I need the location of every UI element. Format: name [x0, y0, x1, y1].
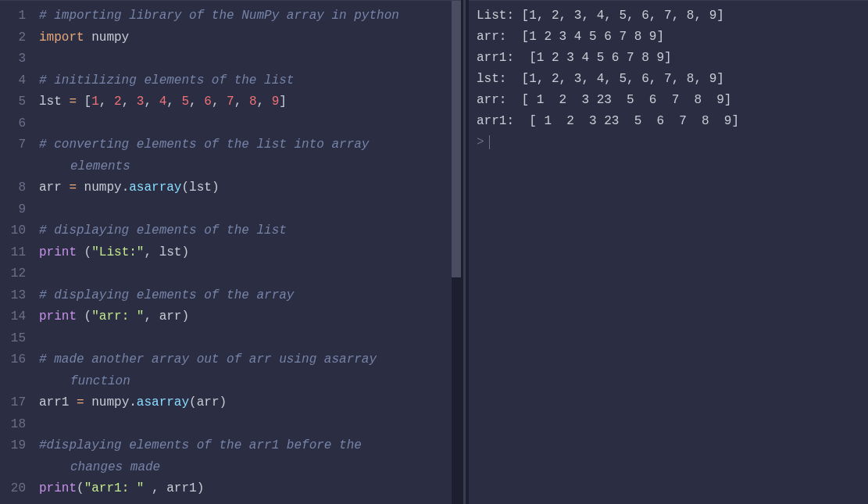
line-number: 17	[0, 392, 26, 414]
line-number: 10	[0, 220, 26, 242]
code-line[interactable]: print("arr1: " , arr1)	[39, 478, 461, 500]
line-number: 5	[0, 91, 26, 113]
line-number: 7	[0, 134, 26, 156]
code-line[interactable]: # displaying elements of the list	[39, 220, 461, 242]
divider-handle[interactable]	[463, 0, 466, 504]
code-editor-pane[interactable]: 1234567891011121314151617181920 # import…	[0, 0, 461, 504]
line-number: 15	[0, 328, 26, 350]
output-line: lst: [1, 2, 3, 4, 5, 6, 7, 8, 9]	[477, 69, 860, 90]
code-line[interactable]: # displaying elements of the array	[39, 285, 461, 307]
line-number: 12	[0, 263, 26, 285]
code-line[interactable]: # importing library of the NumPy array i…	[39, 5, 461, 27]
code-line[interactable]: # initilizing elements of the list	[39, 70, 461, 92]
code-line[interactable]	[39, 113, 461, 135]
line-number: 16	[0, 349, 26, 371]
code-line[interactable]	[39, 263, 461, 285]
cursor	[489, 135, 490, 149]
line-number-wrap	[0, 156, 26, 178]
code-line[interactable]: arr1 = numpy.asarray(arr)	[39, 392, 461, 414]
line-number: 1	[0, 5, 26, 27]
code-line[interactable]	[39, 48, 461, 70]
line-number-gutter: 1234567891011121314151617181920	[0, 1, 35, 504]
line-number: 9	[0, 199, 26, 221]
line-number: 11	[0, 242, 26, 264]
output-line: arr: [ 1 2 3 23 5 6 7 8 9]	[477, 90, 860, 111]
line-number: 4	[0, 70, 26, 92]
code-line[interactable]: # made another array out of arr using as…	[39, 349, 461, 371]
scrollbar-thumb[interactable]	[452, 1, 461, 277]
code-line[interactable]	[39, 199, 461, 221]
line-number: 18	[0, 414, 26, 436]
output-line: arr: [1 2 3 4 5 6 7 8 9]	[477, 27, 860, 48]
line-number: 8	[0, 177, 26, 199]
line-number: 3	[0, 48, 26, 70]
code-line[interactable]: import numpy	[39, 27, 461, 49]
code-line-wrap[interactable]: changes made	[39, 457, 461, 479]
line-number: 2	[0, 27, 26, 49]
output-line: arr1: [ 1 2 3 23 5 6 7 8 9]	[477, 111, 860, 132]
output-pane[interactable]: List: [1, 2, 3, 4, 5, 6, 7, 8, 9]arr: [1…	[469, 0, 868, 504]
line-number: 13	[0, 285, 26, 307]
line-number-wrap	[0, 457, 26, 479]
repl-prompt[interactable]: >	[477, 132, 860, 153]
code-line[interactable]: # converting elements of the list into a…	[39, 134, 461, 156]
line-number: 6	[0, 113, 26, 135]
code-line[interactable]: print ("arr: ", arr)	[39, 306, 461, 328]
line-number: 20	[0, 478, 26, 500]
code-line-wrap[interactable]: elements	[39, 156, 461, 178]
pane-divider[interactable]	[461, 0, 469, 504]
output-line: arr1: [1 2 3 4 5 6 7 8 9]	[477, 48, 860, 69]
line-number: 19	[0, 435, 26, 457]
editor-scrollbar[interactable]	[452, 1, 461, 504]
output-line: List: [1, 2, 3, 4, 5, 6, 7, 8, 9]	[477, 5, 860, 27]
code-line[interactable]: print ("List:", lst)	[39, 242, 461, 264]
code-line-wrap[interactable]: function	[39, 371, 461, 393]
code-line[interactable]: #displaying elements of the arr1 before …	[39, 435, 461, 457]
code-line[interactable]	[39, 328, 461, 350]
code-content[interactable]: # importing library of the NumPy array i…	[35, 1, 461, 504]
code-line[interactable]: lst = [1, 2, 3, 4, 5, 6, 7, 8, 9]	[39, 91, 461, 113]
code-line[interactable]: arr = numpy.asarray(lst)	[39, 177, 461, 199]
line-number: 14	[0, 306, 26, 328]
line-number-wrap	[0, 371, 26, 393]
code-line[interactable]	[39, 414, 461, 436]
